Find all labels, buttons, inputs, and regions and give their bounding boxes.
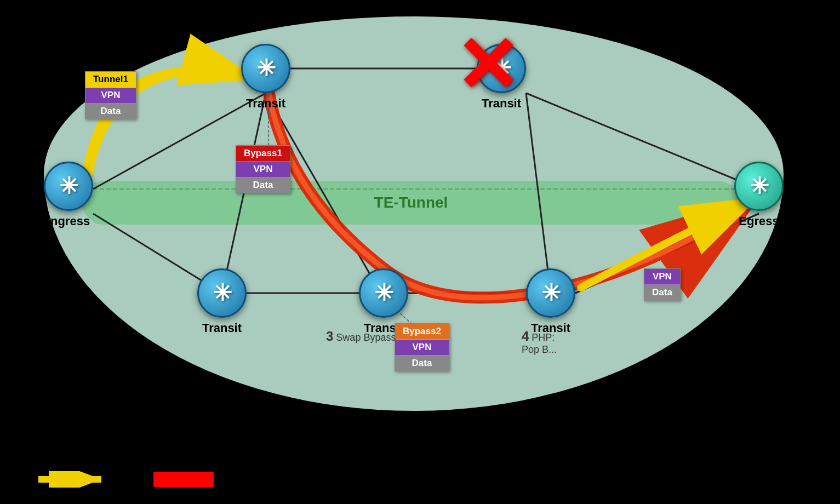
router-transit-bot-right-icon: ✳ <box>541 282 561 305</box>
router-transit-bot-mid-circle: ✳ <box>359 268 408 318</box>
router-egress-circle: ✳ <box>734 162 784 211</box>
bypass1-data: Data <box>236 177 290 193</box>
router-transit-top-mid-icon: ✳ <box>256 57 276 80</box>
tunnel1-vpn: VPN <box>85 88 136 104</box>
vpn-data-data: Data <box>644 285 680 300</box>
packet-tunnel1: Tunnel1 VPN Data <box>85 71 136 119</box>
legend-yellow-arrow-svg <box>33 471 110 488</box>
router-transit-top-mid-label: Transit <box>246 96 285 111</box>
te-tunnel-label: TE-Tunnel <box>374 194 448 211</box>
router-transit-bot-left-icon: ✳ <box>213 282 232 305</box>
packet-vpn-data: VPN Data <box>644 268 681 301</box>
legend-yellow <box>33 471 110 488</box>
bypass2-label: Bypass2 <box>395 324 449 340</box>
bypass2-vpn: VPN <box>395 340 449 356</box>
step4-num: 4 <box>522 329 529 343</box>
router-ingress: ✳ Ingress <box>44 162 93 228</box>
step3-label: 3 Swap Bypass <box>326 329 396 344</box>
router-egress: ✳ Egress <box>734 162 784 228</box>
router-ingress-circle: ✳ <box>44 162 93 211</box>
legend-red-rect <box>153 472 214 487</box>
router-transit-top-mid: ✳ Transit <box>241 44 290 111</box>
router-ingress-icon: ✳ <box>59 175 78 198</box>
bypass1-vpn: VPN <box>236 162 290 177</box>
router-transit-bot-right: ✳ Transit <box>526 268 575 335</box>
router-ingress-label: Ingress <box>47 214 90 228</box>
bypass1-label: Bypass1 <box>236 146 290 162</box>
step3-num: 3 <box>326 329 333 343</box>
router-transit-top-mid-circle: ✳ <box>241 44 290 93</box>
step3-text: Swap Bypass <box>333 332 396 343</box>
vpn-data-vpn: VPN <box>644 269 680 285</box>
te-tunnel-band: TE-Tunnel <box>82 181 740 225</box>
failed-router-x: ✕ <box>455 27 519 104</box>
router-transit-bot-right-circle: ✳ <box>526 268 575 318</box>
router-transit-bot-left-circle: ✳ <box>197 268 247 318</box>
packet-bypass2: Bypass2 VPN Data <box>395 323 449 371</box>
legend-red <box>153 472 214 487</box>
diagram-container: TE-Tunnel <box>0 0 840 504</box>
router-egress-label: Egress <box>739 214 779 228</box>
tunnel1-label: Tunnel1 <box>85 72 136 88</box>
router-transit-bot-left: ✳ Transit <box>197 268 247 335</box>
legend <box>33 471 214 488</box>
step4-label: 4 PHP:Pop B... <box>522 329 557 356</box>
router-egress-icon: ✳ <box>750 175 769 198</box>
bypass2-data: Data <box>395 356 449 371</box>
tunnel1-data: Data <box>85 104 136 119</box>
router-transit-bot-mid-icon: ✳ <box>374 282 393 305</box>
packet-bypass1: Bypass1 VPN Data <box>236 145 290 193</box>
router-transit-bot-left-label: Transit <box>202 321 242 335</box>
